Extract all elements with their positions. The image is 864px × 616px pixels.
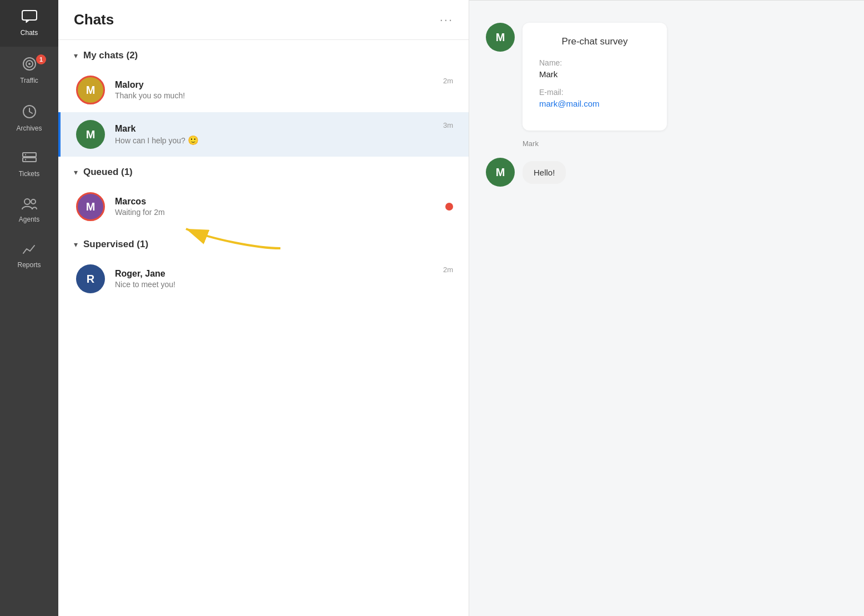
- chat-item-roger-jane[interactable]: R Roger, Jane Nice to meet you! 2m: [58, 257, 469, 301]
- prechat-title: Pre-chat survey: [539, 36, 650, 47]
- sidebar-item-chats[interactable]: Chats: [0, 0, 58, 47]
- section-supervised[interactable]: ▾ Supervised (1): [58, 229, 469, 257]
- chat-item-mark[interactable]: M Mark How can I help you? 🙂 3m: [58, 112, 469, 157]
- page-title: Chats: [74, 11, 114, 28]
- message-sender-name: Mark: [523, 139, 539, 148]
- chat-time-roger-jane: 2m: [443, 266, 453, 274]
- message-row: Mark M Hello!: [486, 139, 847, 187]
- agents-icon: [22, 198, 37, 212]
- message-avatar: M: [486, 158, 515, 187]
- sidebar-item-traffic[interactable]: 1 Traffic: [0, 47, 58, 94]
- prechat-avatar: M: [486, 23, 515, 52]
- svg-rect-0: [22, 11, 37, 20]
- panel-header: Chats ···: [58, 0, 469, 40]
- chat-preview-roger-jane: Nice to meet you!: [115, 280, 443, 289]
- traffic-badge: 1: [36, 54, 46, 64]
- chat-info-malory: Malory Thank you so much!: [115, 80, 443, 100]
- sidebar-item-tickets[interactable]: Tickets: [0, 142, 58, 188]
- chevron-down-icon: ▾: [74, 51, 78, 60]
- chevron-down-icon-supervised: ▾: [74, 240, 78, 249]
- chat-name-roger-jane: Roger, Jane: [115, 269, 443, 279]
- svg-line-6: [29, 112, 32, 113]
- chat-time-malory: 2m: [443, 77, 453, 85]
- prechat-name-label: Name:: [539, 58, 650, 67]
- chat-item-marcos[interactable]: M Marcos Waiting for 2m: [58, 184, 469, 229]
- chat-info-marcos: Marcos Waiting for 2m: [115, 197, 453, 217]
- sidebar: Chats 1 Traffic Archives: [0, 0, 58, 616]
- prechat-row: M Pre-chat survey Name: Mark E-mail: mar…: [486, 23, 847, 131]
- chat-list-panel: Chats ··· ▾ My chats (2) M Malory Thank …: [58, 0, 469, 616]
- chat-preview-malory: Thank you so much!: [115, 91, 443, 100]
- chat-preview-mark: How can I help you? 🙂: [115, 135, 443, 146]
- notification-dot: [445, 203, 453, 211]
- right-panel: M Pre-chat survey Name: Mark E-mail: mar…: [469, 0, 864, 616]
- chat-name-mark: Mark: [115, 124, 443, 134]
- archives-icon: [22, 104, 37, 121]
- sidebar-label-chats: Chats: [21, 29, 38, 37]
- sidebar-item-agents[interactable]: Agents: [0, 188, 58, 233]
- chat-info-roger-jane: Roger, Jane Nice to meet you!: [115, 269, 443, 289]
- chat-name-marcos: Marcos: [115, 197, 453, 207]
- svg-point-11: [24, 199, 30, 204]
- prechat-email-value: mark@mail.com: [539, 99, 650, 108]
- avatar-roger-jane: R: [76, 264, 105, 293]
- avatar-malory: M: [76, 76, 105, 104]
- sidebar-label-agents: Agents: [19, 216, 39, 223]
- more-options-button[interactable]: ···: [440, 13, 453, 27]
- chevron-down-icon-queued: ▾: [74, 168, 78, 177]
- svg-rect-7: [23, 153, 36, 157]
- reports-icon: [22, 243, 37, 258]
- sidebar-label-reports: Reports: [17, 261, 41, 269]
- chats-icon: [22, 10, 37, 26]
- section-my-chats[interactable]: ▾ My chats (2): [58, 40, 469, 68]
- section-queued-title: Queued (1): [83, 167, 133, 178]
- bubble-row: M Hello!: [486, 158, 566, 187]
- avatar-marcos: M: [76, 192, 105, 221]
- message-bubble: Hello!: [523, 161, 566, 184]
- sidebar-item-archives[interactable]: Archives: [0, 94, 58, 142]
- chat-name-malory: Malory: [115, 80, 443, 90]
- sidebar-label-tickets: Tickets: [19, 170, 40, 178]
- section-supervised-title: Supervised (1): [83, 239, 148, 250]
- tickets-icon: [22, 152, 37, 167]
- prechat-survey-card: Pre-chat survey Name: Mark E-mail: mark@…: [523, 23, 667, 131]
- chat-preview-marcos: Waiting for 2m: [115, 208, 453, 217]
- divider-line: [469, 0, 864, 1]
- svg-point-12: [31, 199, 36, 204]
- section-queued[interactable]: ▾ Queued (1): [58, 157, 469, 184]
- chat-time-mark: 3m: [443, 121, 453, 129]
- traffic-icon: [22, 57, 37, 73]
- svg-point-3: [28, 63, 31, 65]
- avatar-mark: M: [76, 120, 105, 149]
- sidebar-item-reports[interactable]: Reports: [0, 233, 58, 279]
- chat-info-mark: Mark How can I help you? 🙂: [115, 124, 443, 146]
- sidebar-label-traffic: Traffic: [20, 77, 38, 84]
- sidebar-label-archives: Archives: [16, 124, 42, 132]
- svg-rect-8: [23, 158, 36, 162]
- prechat-name-value: Mark: [539, 69, 650, 79]
- prechat-email-label: E-mail:: [539, 88, 650, 97]
- section-my-chats-title: My chats (2): [83, 50, 138, 61]
- chat-active-area: M Pre-chat survey Name: Mark E-mail: mar…: [469, 12, 864, 198]
- chat-item-malory[interactable]: M Malory Thank you so much! 2m: [58, 68, 469, 112]
